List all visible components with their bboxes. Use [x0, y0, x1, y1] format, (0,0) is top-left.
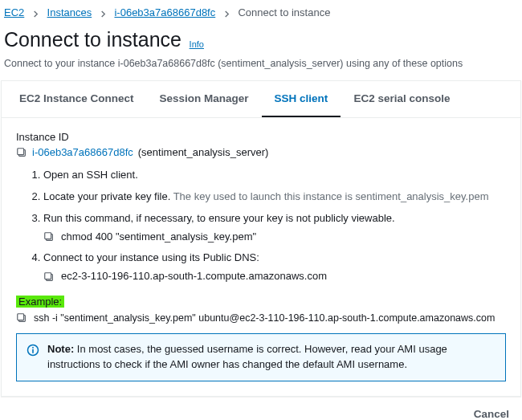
instance-id-value[interactable]: i-06eb3a7a68667d8fc [32, 146, 133, 158]
svg-rect-1 [18, 148, 24, 154]
copy-icon[interactable] [16, 147, 27, 158]
chevron-right-icon [100, 9, 107, 18]
page-title: Connect to instance [4, 28, 181, 51]
step-3-text: Run this command, if necessary, to ensur… [43, 212, 395, 224]
step-2-text: Locate your private key file. [43, 190, 170, 202]
tab-session-manager[interactable]: Session Manager [147, 81, 262, 117]
breadcrumb-instance-id[interactable]: i-06eb3a7a68667d8fc [114, 6, 215, 18]
step-2: Locate your private key file. The key us… [43, 190, 506, 205]
breadcrumb-ec2[interactable]: EC2 [4, 6, 24, 18]
svg-rect-10 [32, 347, 34, 349]
copy-icon[interactable] [43, 271, 55, 283]
copy-icon[interactable] [43, 231, 55, 243]
tab-ssh-client[interactable]: SSH client [262, 81, 341, 117]
tab-body-ssh: Instance ID i-06eb3a7a68667d8fc (sentime… [2, 118, 520, 396]
breadcrumb-instances[interactable]: Instances [47, 6, 92, 18]
page-subtitle: Connect to your instance i-06eb3a7a68667… [0, 58, 522, 80]
copy-icon[interactable] [16, 312, 27, 324]
step-1: Open an SSH client. [43, 168, 506, 183]
instance-name: (sentiment_analysis_server) [138, 146, 269, 158]
tab-ec2-serial-console[interactable]: EC2 serial console [341, 81, 463, 117]
svg-rect-9 [32, 349, 34, 353]
svg-rect-7 [18, 314, 24, 320]
svg-rect-5 [45, 272, 51, 279]
note-prefix: Note: [47, 343, 74, 355]
step-4: Connect to your instance using its Publi… [43, 251, 506, 284]
ssh-command: ssh -i "sentiment_analysis_key.pem" ubun… [34, 312, 495, 324]
tabs: EC2 Instance Connect Session Manager SSH… [2, 81, 520, 118]
step-3: Run this command, if necessary, to ensur… [43, 211, 506, 245]
note-body: In most cases, the guessed username is c… [47, 343, 447, 370]
tab-ec2-instance-connect[interactable]: EC2 Instance Connect [6, 81, 147, 117]
note-box: Note: In most cases, the guessed usernam… [16, 333, 506, 381]
step-2-detail: The key used to launch this instance is … [173, 190, 489, 202]
public-dns: ec2-3-110-196-110.ap-south-1.compute.ama… [61, 269, 327, 284]
note-text: Note: In most cases, the guessed usernam… [47, 342, 495, 373]
chevron-right-icon [223, 9, 230, 18]
cancel-button[interactable]: Cancel [474, 408, 509, 420]
connect-panel: EC2 Instance Connect Session Manager SSH… [1, 80, 521, 397]
info-link[interactable]: Info [190, 39, 204, 49]
step-4-text: Connect to your instance using its Publi… [43, 251, 259, 263]
example-label: Example: [16, 296, 64, 308]
footer: Cancel [0, 397, 522, 420]
chmod-command: chmod 400 "sentiment_analysis_key.pem" [61, 230, 256, 245]
chevron-right-icon [32, 9, 39, 18]
breadcrumb-current: Connect to instance [238, 6, 330, 18]
instance-id-label: Instance ID [16, 131, 506, 143]
breadcrumb: EC2 Instances i-06eb3a7a68667d8fc Connec… [0, 0, 522, 23]
svg-rect-3 [45, 233, 51, 239]
ssh-steps: Open an SSH client. Locate your private … [16, 168, 506, 284]
info-icon [27, 344, 39, 373]
